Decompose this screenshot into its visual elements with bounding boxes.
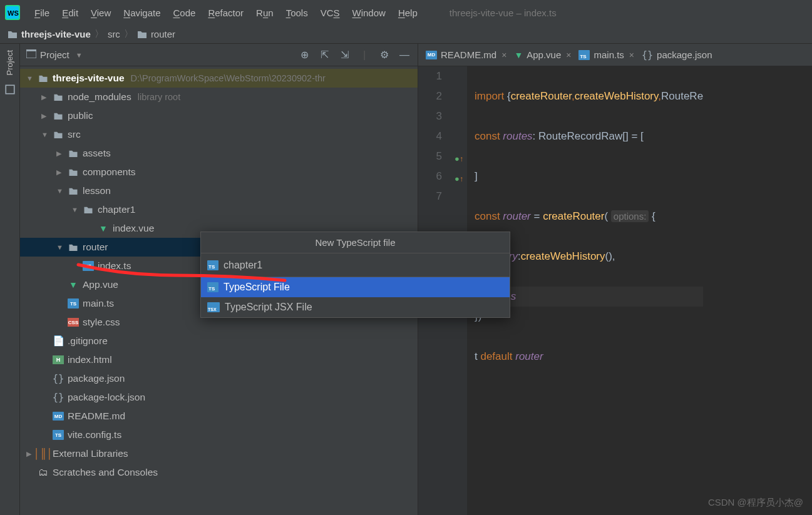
tree-external-libraries[interactable]: ▶│║│External Libraries [20,444,418,463]
popup-input-row [201,253,510,277]
library-icon: │║│ [38,448,49,459]
tree-lesson[interactable]: ▼lesson [20,181,418,200]
chevron-down-icon[interactable]: ▼ [76,51,83,59]
expand-icon[interactable]: ⇱ [317,48,331,62]
ts-icon [207,260,218,270]
window-title: threejs-vite-vue – index.ts [450,8,557,18]
svg-rect-3 [6,86,14,94]
folder-icon [8,30,18,39]
close-icon[interactable]: × [566,50,571,60]
menu-view[interactable]: View [85,5,116,21]
tree-readme[interactable]: README.md [20,407,418,426]
tree-node-modules[interactable]: ▶node_moduleslibrary root [20,88,418,106]
menu-vcs[interactable]: VCS [315,5,346,21]
structure-tool-icon[interactable] [4,84,16,95]
close-icon[interactable]: × [501,50,506,60]
menu-file[interactable]: File [29,5,55,21]
popup-option-ts[interactable]: TypeScript File [201,277,510,297]
project-tool-button[interactable]: Project [5,50,14,75]
tab-app[interactable]: ▼App.vue× [510,44,575,66]
ts-icon [68,298,79,308]
divider-icon: | [357,48,371,62]
ts-icon [83,261,94,271]
svg-text:WS: WS [8,9,19,17]
menu-tools[interactable]: Tools [280,5,314,21]
file-icon: 📄 [53,335,64,347]
tree-package-lock[interactable]: package-lock.json [20,388,418,407]
breadcrumb-project[interactable]: threejs-vite-vue [21,29,91,39]
ts-icon [207,282,218,292]
json-icon [53,373,64,384]
editor-tabs: README.md× ▼App.vue× main.ts× package.js… [418,44,812,66]
breadcrumb-src[interactable]: src [108,29,120,39]
sidebar-header: Project ▼ ⊕ ⇱ ⇲ | ⚙ — [20,44,418,66]
tab-package[interactable]: package.json [638,44,716,66]
tree-assets[interactable]: ▶assets [20,144,418,163]
folder-icon [137,30,147,39]
webstorm-logo-icon: WS [5,5,20,20]
tree-public[interactable]: ▶public [20,106,418,125]
menu-code[interactable]: Code [168,5,202,21]
tab-main[interactable]: main.ts× [575,44,638,66]
json-icon [53,392,64,403]
project-view-icon [26,49,36,61]
tree-src[interactable]: ▼src [20,125,418,144]
vue-icon: ▼ [68,280,79,290]
chevron-right-icon: 〉 [124,28,133,40]
vue-icon: ▼ [514,50,523,60]
menu-edit[interactable]: Edit [56,5,84,21]
menu-navigate[interactable]: Navigate [118,5,166,21]
change-marker-icon: ● [455,149,460,169]
css-icon [68,318,79,327]
minimize-icon[interactable]: — [398,48,411,62]
tree-index-html[interactable]: index.html [20,350,418,369]
menu-help[interactable]: Help [393,5,423,21]
watermark: CSDN @程序员小杰@ [708,497,803,509]
tree-project-root[interactable]: ▼threejs-vite-vueD:\ProgramWorkSpace\Web… [20,69,418,88]
filename-input[interactable] [224,260,503,271]
tree-vite-config[interactable]: vite.config.ts [20,426,418,444]
tree-scratches[interactable]: 🗂Scratches and Consoles [20,463,418,482]
locate-icon[interactable]: ⊕ [297,48,311,62]
ts-icon [53,430,64,440]
new-file-popup: New TypeScript file TypeScript File Type… [200,232,510,318]
tree-gitignore[interactable]: 📄.gitignore [20,332,418,350]
menu-refactor[interactable]: Refactor [202,5,249,21]
close-icon[interactable]: × [629,50,634,60]
tsx-icon [207,302,220,312]
ts-icon [578,50,590,60]
change-marker-icon: ● [455,169,460,189]
breadcrumb: threejs-vite-vue 〉 src 〉 router [0,25,812,44]
tree-chapter1[interactable]: ▼chapter1 [20,200,418,219]
tool-window-bar: Project [0,44,20,515]
popup-title: New TypeScript file [201,232,510,253]
menubar: WS File Edit View Navigate Code Refactor… [0,0,812,25]
tree-components[interactable]: ▶components [20,163,418,181]
md-icon [426,51,437,59]
chevron-right-icon: 〉 [95,28,104,40]
breadcrumb-router[interactable]: router [151,29,175,39]
gear-icon[interactable]: ⚙ [378,48,391,62]
menu-window[interactable]: Window [347,5,391,21]
scratches-icon: 🗂 [38,467,49,478]
menu-run[interactable]: Run [250,5,279,21]
sidebar-title[interactable]: Project [40,49,69,60]
html-icon [53,355,64,364]
json-icon [642,49,653,61]
collapse-icon[interactable]: ⇲ [337,48,351,62]
md-icon [53,412,64,421]
tab-readme[interactable]: README.md× [422,44,510,66]
vue-icon: ▼ [98,223,109,233]
tree-package-json[interactable]: package.json [20,369,418,388]
popup-option-tsx[interactable]: TypeScript JSX File [201,297,510,317]
svg-rect-5 [26,49,36,51]
